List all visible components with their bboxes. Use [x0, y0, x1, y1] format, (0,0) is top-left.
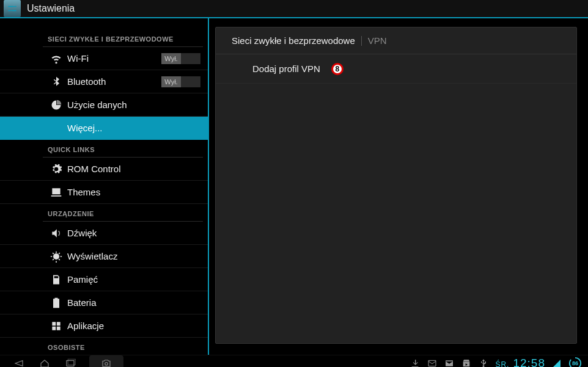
battery-status: 86 [568, 357, 582, 367]
sidebar-item-label: Bluetooth [67, 76, 161, 87]
action-bar: Ustawienia [0, 0, 588, 18]
add-vpn-label: Dodaj profil VPN [252, 64, 320, 74]
main-area: Sieci zwykłe i bezprzewodowe VPN Dodaj p… [209, 18, 588, 355]
sidebar-item-more[interactable]: Więcej... [0, 117, 208, 140]
sidebar-item-label: Wyświetlacz [67, 251, 200, 261]
status-time: 12:58 [513, 357, 545, 367]
sidebar-item-label: Użycie danych [67, 100, 200, 110]
download-icon [410, 358, 421, 367]
vpn-panel: Sieci zwykłe i bezprzewodowe VPN Dodaj p… [215, 27, 577, 344]
usb-icon [478, 358, 489, 367]
bluetooth-icon [50, 76, 62, 88]
sound-icon [50, 227, 62, 239]
sidebar-item-label: ROM Control [67, 164, 200, 174]
storage-icon [50, 274, 62, 286]
add-vpn-profile-row[interactable]: Dodaj profil VPN 8 [216, 54, 576, 84]
settings-sidebar: SIECI ZWYKŁE I BEZPRZEWODOWE Wi-Fi Wył. … [0, 18, 209, 355]
wifi-icon [50, 53, 62, 65]
sidebar-item-rom-control[interactable]: ROM Control [0, 158, 208, 181]
sidebar-item-label: Wi-Fi [67, 53, 161, 64]
section-header-device: URZĄDZENIE [0, 204, 208, 221]
sidebar-item-wifi[interactable]: Wi-Fi Wył. [0, 47, 208, 70]
sidebar-item-bluetooth[interactable]: Bluetooth Wył. [0, 70, 208, 93]
status-day: ŚR. [495, 360, 509, 367]
screenshot-button[interactable] [89, 355, 123, 367]
themes-icon [50, 186, 62, 198]
sidebar-item-sound[interactable]: Dźwięk [0, 222, 208, 245]
status-tray[interactable]: ŚR. 12:58 86 [410, 357, 582, 367]
mail-icon [427, 358, 438, 367]
wifi-toggle[interactable]: Wył. [161, 53, 200, 64]
system-bar: ŚR. 12:58 86 [0, 355, 588, 367]
content-area: SIECI ZWYKŁE I BEZPRZEWODOWE Wi-Fi Wył. … [0, 18, 588, 355]
sidebar-item-label: Więcej... [67, 123, 200, 133]
app-title: Ustawienia [27, 3, 75, 14]
sidebar-item-label: Aplikacje [67, 321, 200, 331]
gmail-icon [444, 358, 455, 367]
sidebar-item-label: Dźwięk [67, 228, 200, 238]
breadcrumb: Sieci zwykłe i bezprzewodowe VPN [216, 27, 576, 54]
home-button[interactable] [32, 355, 57, 367]
sidebar-item-themes[interactable]: Themes [0, 181, 208, 204]
sidebar-item-battery[interactable]: Bateria [0, 291, 208, 314]
breadcrumb-sub: VPN [368, 35, 387, 46]
sidebar-item-storage[interactable]: Pamięć [0, 268, 208, 291]
bluetooth-toggle[interactable]: Wył. [161, 76, 200, 87]
status-clock: ŚR. 12:58 [495, 357, 545, 367]
battery-icon [50, 297, 62, 309]
sidebar-item-data-usage[interactable]: Użycie danych [0, 93, 208, 117]
brightness-icon [50, 250, 62, 263]
play-store-icon [461, 358, 472, 367]
back-button[interactable] [6, 355, 32, 367]
step-badge: 8 [331, 63, 344, 75]
apps-icon [50, 320, 62, 332]
section-header-quicklinks: QUICK LINKS [0, 140, 208, 157]
sidebar-item-label: Pamięć [67, 274, 200, 285]
signal-icon [551, 358, 562, 367]
breadcrumb-separator [361, 36, 362, 46]
settings-app-icon [4, 0, 21, 17]
recent-apps-button[interactable] [57, 355, 83, 367]
sidebar-item-label: Bateria [67, 297, 200, 308]
svg-point-2 [105, 363, 108, 366]
breadcrumb-main: Sieci zwykłe i bezprzewodowe [232, 35, 355, 46]
section-header-wireless: SIECI ZWYKŁE I BEZPRZEWODOWE [0, 29, 208, 46]
gear-icon [50, 163, 62, 175]
sidebar-item-apps[interactable]: Aplikacje [0, 314, 208, 338]
section-header-personal: OSOBISTE [0, 338, 208, 355]
sidebar-item-label: Themes [67, 187, 200, 197]
data-usage-icon [50, 99, 62, 111]
battery-pct: 86 [568, 357, 582, 367]
sidebar-item-display[interactable]: Wyświetlacz [0, 245, 208, 268]
